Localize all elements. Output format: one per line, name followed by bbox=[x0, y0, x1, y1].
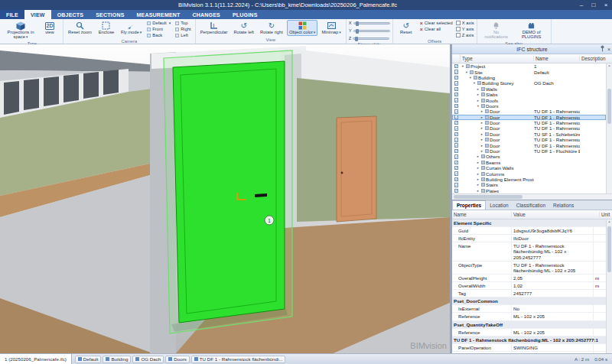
expand-arrow[interactable]: ▸ bbox=[476, 177, 480, 181]
projections-in-space-button[interactable]: Projections in space▾ bbox=[4, 20, 37, 41]
ifc-tree-row[interactable]: ✓▾Building StoreyOG Dach bbox=[452, 80, 606, 86]
status-crumb-button[interactable]: Building bbox=[103, 356, 131, 363]
expand-arrow[interactable]: ▸ bbox=[476, 99, 480, 102]
expand-arrow[interactable]: ▸ bbox=[480, 115, 484, 119]
property-row[interactable]: PanelOperationSWINGING bbox=[452, 344, 606, 352]
camera-right-button[interactable]: Right bbox=[174, 26, 193, 32]
visibility-checkbox[interactable]: ✓ bbox=[452, 149, 461, 154]
ifc-tree-row[interactable]: ✓▸Slabs bbox=[452, 92, 606, 97]
tab-properties[interactable]: Properties bbox=[452, 200, 486, 210]
slider-thumb[interactable] bbox=[355, 37, 358, 41]
property-section-row[interactable]: Pset_DoorCommon bbox=[452, 297, 606, 305]
ribbon-tab-file[interactable]: FILE bbox=[0, 10, 24, 19]
slider-thumb[interactable] bbox=[356, 29, 359, 34]
camera-top-button[interactable]: Top bbox=[174, 20, 193, 26]
ribbon-tab-view[interactable]: VIEW bbox=[24, 10, 51, 19]
storey-slider-z[interactable]: Z bbox=[349, 35, 390, 41]
rotate-right-button[interactable]: ↻ Rotate right bbox=[258, 20, 285, 36]
ifc-tree-row[interactable]: ✓▸Stairs bbox=[452, 182, 606, 187]
expand-arrow[interactable]: ▸ bbox=[476, 166, 480, 170]
file-tab[interactable]: 1 (20250206_Palmencafe.ifc) bbox=[0, 354, 72, 364]
property-row[interactable]: ReferenceML - 102 x 205 bbox=[452, 313, 606, 320]
ifc-tree-row[interactable]: ✓▸DoorTU DF 1 - Rahmenstock ... bbox=[452, 120, 606, 125]
ifc-tree-row[interactable]: ✓▸DoorTU SF 1 - Schiebetüre in ... bbox=[452, 132, 606, 137]
expand-arrow[interactable]: ▸ bbox=[476, 93, 480, 96]
visibility-checkbox[interactable]: ✓ bbox=[452, 98, 461, 102]
expand-arrow[interactable]: ▸ bbox=[480, 126, 484, 130]
expand-arrow[interactable]: ▸ bbox=[480, 109, 484, 113]
ifc-tree-row[interactable]: ✓▸DoorTU DF 1 - Rahmenstock ... bbox=[452, 137, 606, 142]
scroll-thumb[interactable] bbox=[454, 195, 522, 199]
perpendicular-button[interactable]: Perpendicular bbox=[198, 20, 230, 36]
viewport-3d[interactable]: 1 BIMvision bbox=[0, 44, 450, 353]
scroll-thumb[interactable] bbox=[607, 89, 611, 124]
panel-close-icon[interactable]: × bbox=[607, 47, 610, 52]
expand-arrow[interactable]: ▾ bbox=[464, 70, 469, 74]
ifc-tree-row[interactable]: ✓▸Curtain Walls bbox=[452, 165, 606, 171]
prop-name-column-header[interactable]: Name bbox=[452, 212, 512, 217]
expand-arrow[interactable]: ▸ bbox=[476, 189, 480, 193]
expand-arrow[interactable]: ▸ bbox=[480, 149, 484, 153]
visibility-checkbox[interactable]: ✓ bbox=[452, 126, 461, 131]
tab-location[interactable]: Location bbox=[486, 200, 513, 210]
offsets-reset-button[interactable]: ↺ Reset bbox=[396, 20, 417, 36]
ribbon-tab-sections[interactable]: SECTIONS bbox=[90, 10, 130, 19]
property-row[interactable]: ObjectTypeTU DF 1 - Rahmenstock flächenb… bbox=[452, 262, 606, 275]
close-button[interactable]: × bbox=[600, 0, 612, 10]
prop-value-column-header[interactable]: Value bbox=[512, 212, 600, 217]
visibility-checkbox[interactable]: ✓ bbox=[452, 189, 461, 193]
expand-arrow[interactable]: ▸ bbox=[476, 161, 480, 164]
slider-thumb[interactable] bbox=[356, 21, 359, 26]
property-row[interactable]: ReferenceML - 102 x 205 bbox=[452, 329, 606, 336]
ribbon-tab-changes[interactable]: CHANGES bbox=[187, 10, 226, 19]
storey-slider-x[interactable]: X bbox=[349, 20, 390, 26]
enclose-button[interactable]: Enclose bbox=[96, 20, 117, 36]
property-row[interactable]: OverallWidth1,02m bbox=[452, 282, 606, 290]
slider-track[interactable] bbox=[353, 37, 389, 40]
status-crumb-button[interactable]: TU DF 1 - Rahmenstock flächenbündi... bbox=[191, 356, 286, 363]
status-crumb-button[interactable]: Doors bbox=[165, 356, 190, 363]
minimize-button[interactable]: – bbox=[575, 0, 588, 10]
ribbon-tab-plugins[interactable]: PLUGINS bbox=[226, 10, 264, 19]
status-crumb-button[interactable]: OG Dach bbox=[132, 356, 164, 363]
visibility-checkbox[interactable]: ✓ bbox=[452, 166, 461, 171]
status-crumb-button[interactable]: Default bbox=[75, 356, 102, 363]
clear-all-button[interactable]: ×Clear all bbox=[418, 26, 454, 32]
tab-relations[interactable]: Relations bbox=[549, 200, 578, 210]
no-notifications-button[interactable]: No notifications bbox=[480, 20, 513, 41]
scroll-up-icon[interactable]: ▲ bbox=[608, 219, 611, 223]
minimap-button[interactable]: Minimap▾ bbox=[319, 20, 343, 36]
property-row[interactable]: NameTU DF 1 - Rahmenstock flächenbündig:… bbox=[452, 242, 606, 261]
storey-slider-y[interactable]: Y bbox=[349, 28, 390, 34]
ifc-horizontal-scrollbar[interactable] bbox=[452, 193, 612, 200]
expand-arrow[interactable]: ▸ bbox=[476, 172, 480, 176]
ifc-tree-row[interactable]: ✓▸Walls bbox=[452, 86, 606, 92]
visibility-checkbox[interactable]: ✓ bbox=[452, 87, 461, 92]
z-axis-checkbox[interactable]: Z axis bbox=[456, 32, 474, 38]
visibility-checkbox[interactable]: ✓ bbox=[452, 109, 461, 114]
property-row[interactable]: IfcEntityIfcDoor bbox=[452, 235, 606, 242]
type-column-header[interactable]: Type bbox=[461, 56, 534, 61]
expand-arrow[interactable]: ▸ bbox=[476, 154, 480, 158]
tab-classification[interactable]: Classification bbox=[513, 200, 549, 210]
expand-arrow[interactable]: ▸ bbox=[476, 87, 480, 91]
visibility-checkbox[interactable]: ✓ bbox=[452, 115, 461, 119]
expand-arrow[interactable]: ▾ bbox=[476, 104, 480, 108]
prop-unit-column-header[interactable]: Unit bbox=[600, 212, 612, 217]
scroll-thumb[interactable] bbox=[607, 226, 611, 272]
visibility-checkbox[interactable]: ✓ bbox=[452, 171, 461, 176]
expand-arrow[interactable]: ▸ bbox=[480, 121, 484, 125]
x-axis-checkbox[interactable]: X axis bbox=[456, 20, 474, 26]
ribbon-tab-objects[interactable]: OBJECTS bbox=[51, 10, 90, 19]
rotate-left-button[interactable]: ↺ Rotate left bbox=[232, 20, 256, 36]
visibility-checkbox[interactable]: ✓ bbox=[452, 177, 461, 182]
ifc-tree-row[interactable]: ✓▸Plates bbox=[452, 188, 606, 193]
property-section-row[interactable]: Pset_QuantityTakeOff bbox=[452, 321, 606, 329]
expand-arrow[interactable]: ▸ bbox=[480, 138, 484, 141]
ifc-tree-row[interactable]: ✓▾SiteDefault bbox=[452, 69, 606, 74]
visibility-checkbox[interactable]: ✓ bbox=[452, 76, 461, 80]
visibility-checkbox[interactable]: ✓ bbox=[452, 70, 461, 74]
demo-of-plugins-button[interactable]: DEMO of PLUGINS bbox=[515, 20, 549, 41]
visibility-checkbox[interactable]: ✓ bbox=[452, 154, 461, 159]
ribbon-tab-measurement[interactable]: MEASUREMENT bbox=[131, 10, 187, 19]
